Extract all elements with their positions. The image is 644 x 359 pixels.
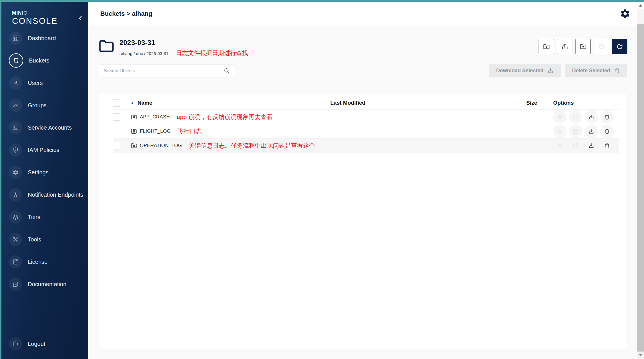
object-folder-icon (131, 114, 137, 120)
delete-selected-button[interactable]: Delete Selected (565, 64, 627, 77)
rewind-icon (598, 43, 605, 50)
header-options-cell: Options (553, 100, 619, 106)
sidebar-item-label: Tiers (28, 214, 40, 221)
sidebar-collapse-icon[interactable]: ‹ (79, 14, 82, 20)
folder-icon (99, 39, 114, 53)
sidebar-item-groups[interactable]: Groups (1, 94, 88, 116)
trash-icon (604, 114, 610, 120)
eye-icon (557, 114, 563, 120)
trash-icon (604, 143, 610, 149)
row-checkbox[interactable] (113, 113, 120, 121)
iam-policies-icon (9, 143, 22, 157)
license-icon (9, 255, 22, 268)
column-options: Options (553, 100, 574, 106)
sidebar-item-label: Users (28, 80, 43, 86)
content-area: 2023-03-31 aihang / doc / 2023-03-31 日志文… (88, 26, 644, 359)
sidebar-item-license[interactable]: License (1, 251, 88, 273)
arrow-up-icon (639, 4, 642, 7)
sidebar-item-notification-endpoints[interactable]: λ Notification Endpoints (1, 184, 88, 206)
filter-row: Download Selected Delete Selected (99, 64, 627, 77)
folder-title-texts: 2023-03-31 aihang / doc / 2023-03-31 日志文… (119, 39, 248, 57)
table-row[interactable]: OPERATION_LOG 关键信息日志。任务流程中出现问题是查看这个 (113, 138, 619, 153)
object-name[interactable]: OPERATION_LOG (140, 143, 182, 149)
delete-object-button[interactable] (600, 125, 614, 138)
eye-icon (557, 128, 563, 134)
annotation-row: 关键信息日志。任务流程中出现问题是查看这个 (189, 142, 315, 150)
dashboard-icon (9, 32, 22, 45)
annotation-row: 飞行日志 (178, 127, 202, 135)
sidebar-item-users[interactable]: Users (1, 72, 88, 94)
new-path-button[interactable] (539, 39, 554, 54)
search-input[interactable] (99, 64, 234, 77)
download-icon (547, 67, 554, 74)
header-name-cell[interactable]: ▲ Name (131, 100, 321, 106)
minio-console-app: MINIO CONSOLE ‹ Dashboard (1, 2, 644, 359)
select-all-checkbox[interactable] (113, 99, 120, 107)
delete-object-button[interactable] (600, 110, 614, 124)
sidebar-item-label: Dashboard (28, 35, 56, 42)
row-checkbox[interactable] (113, 128, 120, 135)
refresh-button[interactable] (612, 39, 627, 54)
upload-file-button[interactable] (557, 39, 572, 54)
sidebar-item-dashboard[interactable]: Dashboard (1, 27, 88, 49)
sidebar-item-label: Notification Endpoints (28, 192, 83, 198)
sidebar-item-iam-policies[interactable]: IAM Policies (1, 139, 88, 161)
share-button[interactable] (569, 139, 582, 152)
download-object-button[interactable] (585, 139, 598, 152)
rewind-button[interactable] (594, 39, 609, 54)
new-path-icon (543, 43, 550, 50)
object-name[interactable]: APP_CRASH (140, 114, 170, 120)
buckets-icon (9, 53, 23, 68)
sidebar-menu: Dashboard Buckets User (1, 27, 88, 359)
sidebar-item-settings[interactable]: Settings (1, 161, 88, 184)
share-button[interactable] (569, 110, 582, 124)
row-checkbox[interactable] (113, 142, 120, 149)
search-icon (223, 67, 230, 74)
preview-button[interactable] (553, 110, 566, 124)
trash-icon (604, 128, 610, 134)
folder-title-block: 2023-03-31 aihang / doc / 2023-03-31 日志文… (99, 39, 248, 57)
page-header: Buckets > aihang (88, 2, 644, 26)
sidebar-item-tiers[interactable]: Tiers (1, 206, 88, 228)
sidebar-item-service-accounts[interactable]: Service Accounts (1, 116, 88, 139)
share-icon (572, 128, 579, 134)
tiers-icon (9, 210, 22, 224)
share-button[interactable] (569, 125, 582, 138)
scrollbar-down-button[interactable] (637, 352, 644, 359)
download-icon (588, 114, 594, 120)
users-icon (9, 76, 22, 89)
table-row[interactable]: APP_CRASH app 崩溃，有反馈崩溃现象再去查看 (113, 110, 619, 124)
tools-icon (9, 233, 22, 246)
path-line: aihang / doc / 2023-03-31 日志文件根据日期进行查找 (119, 49, 248, 57)
preview-button[interactable] (553, 125, 566, 138)
table-header-row: ▲ Name Last Modified Size Options (113, 96, 619, 110)
sidebar-item-label: Tools (28, 236, 41, 243)
header-checkbox-cell (113, 99, 131, 107)
upload-folder-button[interactable] (575, 39, 591, 54)
sidebar-item-logout[interactable]: Logout (1, 333, 88, 355)
service-accounts-icon (9, 121, 22, 134)
sidebar-item-label: License (28, 259, 48, 265)
breadcrumb: Buckets > aihang (100, 10, 152, 17)
sidebar-item-label: Service Accounts (28, 124, 72, 131)
sidebar-item-label: Logout (28, 341, 45, 347)
main-area: Buckets > aihang 2023-03-31 aihang / (88, 2, 644, 359)
delete-object-button[interactable] (600, 139, 614, 152)
download-selected-button[interactable]: Download Selected (489, 64, 561, 77)
window-accent-top (0, 0, 644, 2)
preview-button[interactable] (553, 139, 566, 152)
settings-gear-icon[interactable] (619, 8, 631, 19)
scrollbar-up-button[interactable] (637, 2, 644, 9)
sidebar-item-documentation[interactable]: Documentation (1, 273, 88, 295)
sidebar-item-label: IAM Policies (28, 147, 59, 153)
console-logo-text: CONSOLE (12, 16, 88, 26)
refresh-icon (616, 43, 624, 50)
column-size: Size (526, 100, 537, 106)
sidebar-item-buckets[interactable]: Buckets (1, 49, 88, 72)
download-object-button[interactable] (585, 110, 598, 124)
scrollbar-thumb[interactable] (637, 24, 644, 353)
download-object-button[interactable] (585, 125, 598, 138)
table-row[interactable]: FLIGHT_LOG 飞行日志 (113, 124, 619, 138)
object-name[interactable]: FLIGHT_LOG (140, 128, 171, 134)
sidebar-item-tools[interactable]: Tools (1, 228, 88, 251)
